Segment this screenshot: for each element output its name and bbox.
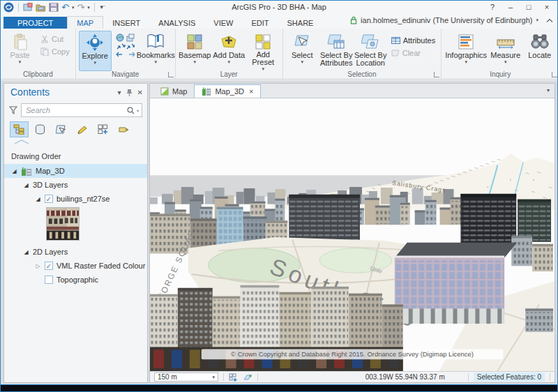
- list-by-labeling-button[interactable]: [114, 121, 133, 137]
- close-pane-icon[interactable]: ✕: [137, 89, 143, 96]
- close-view-icon[interactable]: ×: [249, 87, 253, 96]
- account-dropdown-icon[interactable]: ▾: [536, 17, 538, 23]
- tab-analysis[interactable]: ANALYSIS: [149, 17, 204, 29]
- divider: [550, 373, 550, 381]
- contents-search-row: ▾: [9, 103, 142, 117]
- select-button[interactable]: Select▾: [286, 31, 319, 71]
- select-by-location-icon: [361, 32, 379, 52]
- tree-item-vml-raster[interactable]: ▷ ✓ VML Raster Faded Colour: [4, 259, 147, 273]
- filter-icon[interactable]: [9, 106, 17, 114]
- tree-item-2d-layers[interactable]: ◢ 2D Layers: [4, 245, 147, 259]
- pin-icon[interactable]: [126, 89, 133, 96]
- tab-share[interactable]: SHARE: [278, 17, 323, 29]
- zoom-tools-icon[interactable]: [116, 43, 135, 50]
- lock-icon: [350, 16, 357, 24]
- minimize-button[interactable]: –: [502, 1, 520, 14]
- group-navigate: Explore▾ Bookmarks▾ Navigate: [76, 29, 176, 79]
- new-project-icon[interactable]: [23, 3, 33, 12]
- help-button[interactable]: ?: [483, 1, 502, 14]
- locate-button[interactable]: Locate: [523, 31, 556, 71]
- add-data-button[interactable]: Add Data▾: [213, 31, 246, 71]
- redo-icon[interactable]: ↷: [77, 3, 84, 12]
- tab-project[interactable]: PROJECT: [3, 17, 67, 29]
- divider: [223, 373, 224, 381]
- tree-item-buildings[interactable]: ◢ ✓ builings_nt27se: [4, 192, 147, 206]
- undo-icon[interactable]: ↶: [61, 3, 69, 12]
- main-area: Contents ▾ ✕ ▾: [1, 80, 557, 384]
- app-icon[interactable]: [3, 2, 14, 13]
- map-3d-view[interactable]: South Side GEORGE SQUARE Univ Salisbury …: [150, 98, 555, 371]
- save-icon[interactable]: [49, 3, 59, 12]
- layer-checkbox-checked[interactable]: ✓: [45, 195, 53, 203]
- attributes-icon: [391, 37, 400, 44]
- signed-in-user[interactable]: ian.holmes_edinuniv (The University of E…: [361, 16, 532, 24]
- tree-item-topographic[interactable]: Topographic: [4, 273, 147, 287]
- grid-plus-icon[interactable]: [229, 373, 238, 382]
- window-title: ArcGIS Pro - 3D BHA - Map: [140, 3, 418, 11]
- customize-toolbar-icon[interactable]: ▼̄: [99, 4, 105, 10]
- close-button[interactable]: ×: [538, 1, 556, 14]
- tree-item-3d-layers[interactable]: ◢ 3D Layers: [4, 178, 147, 192]
- measure-button[interactable]: Measure▾: [489, 31, 522, 71]
- tab-view[interactable]: VIEW: [204, 17, 242, 29]
- fixed-zoom-icon[interactable]: [126, 33, 135, 42]
- basemap-button[interactable]: Basemap▾: [179, 31, 211, 71]
- maximize-button[interactable]: □: [520, 1, 538, 14]
- copy-button[interactable]: Copy: [38, 45, 73, 58]
- bookmarks-button[interactable]: Bookmarks▾: [140, 31, 172, 71]
- group-inquiry: Infographics▾ Measure▾ Locate Inquiry: [442, 29, 558, 79]
- full-extent-icon[interactable]: [116, 33, 124, 42]
- list-by-snapping-button[interactable]: [93, 121, 112, 137]
- layer-checkbox-checked[interactable]: ✓: [45, 262, 53, 270]
- previous-next-extent-icons[interactable]: [115, 51, 136, 58]
- cut-button[interactable]: Cut: [38, 33, 73, 45]
- list-by-drawing-order-button[interactable]: [10, 121, 29, 137]
- add-preset-button[interactable]: Add Preset▾: [247, 31, 280, 71]
- open-project-icon[interactable]: [36, 3, 46, 12]
- data-source-icon: [35, 124, 45, 135]
- search-icon[interactable]: [127, 107, 135, 114]
- layer-thumbnail: [46, 207, 80, 241]
- grid-add-icon: [98, 124, 109, 135]
- group-clipboard: Paste▾ Cut Copy Clipboard: [1, 29, 76, 79]
- expander-icon[interactable]: ◢: [23, 182, 29, 188]
- tab-map[interactable]: MAP: [67, 16, 103, 29]
- list-by-data-source-button[interactable]: [31, 121, 50, 137]
- select-by-location-button[interactable]: Select By Location: [354, 31, 387, 71]
- view-tab-map3d[interactable]: Map_3D ×: [194, 84, 261, 98]
- search-input[interactable]: [24, 105, 127, 115]
- tab-insert[interactable]: INSERT: [103, 17, 149, 29]
- expander-icon[interactable]: ◢: [23, 249, 29, 255]
- explore-button[interactable]: Explore▾: [79, 31, 112, 71]
- quick-access-toolbar: ↶▾ ↷▾ ▼̄: [3, 2, 105, 13]
- layer-checkbox-unchecked[interactable]: [45, 276, 53, 284]
- window-buttons: ? – □ ×: [483, 1, 556, 14]
- collapse-ribbon-icon[interactable]: [546, 18, 553, 23]
- expander-icon[interactable]: ◢: [35, 196, 41, 202]
- search-options-icon[interactable]: ▾: [137, 108, 139, 113]
- infographics-button[interactable]: Infographics▾: [444, 31, 488, 71]
- scene-icon: [21, 167, 32, 176]
- xy-snap-icon[interactable]: [243, 373, 252, 382]
- pane-menu-icon[interactable]: ▾: [118, 89, 121, 96]
- attributes-button[interactable]: Attributes: [389, 34, 438, 47]
- view-tab-list-icon[interactable]: ▾: [547, 87, 550, 93]
- map-status-bar: 150 m ▾ 003.19W 55.94N 93.37 m Selected …: [150, 371, 555, 382]
- paste-button[interactable]: Paste▾: [3, 31, 36, 71]
- clear-button[interactable]: Clear: [389, 47, 438, 59]
- tab-edit[interactable]: EDIT: [242, 17, 278, 29]
- bookmarks-icon: [146, 32, 165, 52]
- scale-combobox[interactable]: 150 m ▾: [154, 372, 218, 382]
- expander-icon[interactable]: ◢: [11, 168, 17, 174]
- tree-item-map3d[interactable]: ◢ Map_3D: [4, 164, 147, 178]
- drawing-order-label: Drawing Order: [11, 152, 147, 160]
- list-by-editing-button[interactable]: [73, 121, 91, 137]
- select-by-attributes-button[interactable]: Select By Attributes: [320, 31, 353, 71]
- list-by-selection-button[interactable]: [52, 121, 70, 137]
- undo-dropdown-icon[interactable]: ▾: [72, 5, 75, 10]
- view-tab-map[interactable]: Map: [153, 85, 194, 98]
- redo-dropdown-icon[interactable]: ▾: [87, 5, 90, 10]
- expander-icon[interactable]: ▷: [35, 263, 41, 269]
- divider: [94, 3, 95, 12]
- group-layer: Basemap▾ Add Data▾ Add Preset▾ Layer: [176, 29, 283, 79]
